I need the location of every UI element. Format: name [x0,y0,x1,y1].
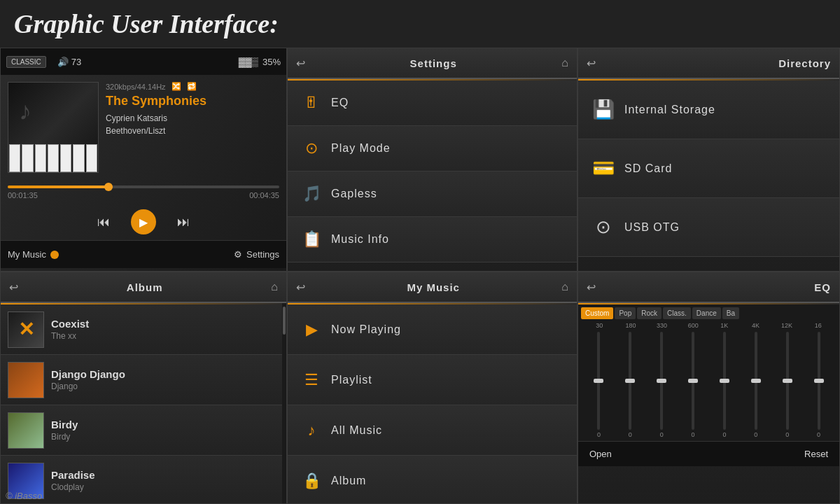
track-info: 320kbps/44.14Hz 🔀 🔁 The Symphonies Cypri… [106,82,279,173]
eq-back-icon[interactable]: ↩ [587,281,596,294]
eq-preset-pop[interactable]: Pop [615,307,636,319]
album-title: Album [127,281,163,293]
settings-item-playmode[interactable]: ⊙ Play Mode [288,126,577,172]
allmusic-label: All Music [331,424,382,437]
eq-slider-thumb-7[interactable] [814,379,824,383]
eq-value-1: 0 [629,431,632,438]
album-item-artist-coexist: The xx [51,331,279,341]
mymusic-panel: ↩ My Music ⌂ ▶ Now Playing ☰ Playlist ♪ … [287,272,578,504]
settings-item-eq[interactable]: 🎚 EQ [288,80,577,126]
piano-keys [8,144,98,172]
my-music-button[interactable]: My Music [8,249,59,260]
progress-section: 00:01:35 00:04:35 [1,180,286,204]
eq-slider-col-1: 0 [615,332,645,438]
album-art: ♪ [8,82,99,173]
eq-preset-classic[interactable]: Class. [663,307,691,319]
settings-item-musicinfo[interactable]: 📋 Music Info [288,217,577,262]
mymusic-item-allmusic[interactable]: ♪ All Music [288,405,577,456]
directory-header: ↩ Directory [578,48,839,79]
progress-bar[interactable] [8,186,279,188]
album-back-icon[interactable]: ↩ [9,281,18,294]
eq-slider-track-7[interactable] [818,332,820,430]
eq-freq-600: 600 [683,322,703,329]
album-item-coexist[interactable]: ✕ Coexist The xx [1,304,286,355]
eq-value-5: 0 [754,431,757,438]
mymusic-home-icon[interactable]: ⌂ [561,281,568,293]
album-home-icon[interactable]: ⌂ [271,281,278,293]
play-button[interactable]: ▶ [131,209,156,234]
eq-preset-custom[interactable]: Custom [581,307,613,319]
shuffle-icon[interactable]: 🔀 [172,82,181,91]
time-current: 00:01:35 [8,191,38,200]
eq-preset-ba[interactable]: Ba [722,307,739,319]
settings-item-gapless[interactable]: 🎵 Gapless [288,172,577,217]
eq-freq-1k: 1K [715,322,734,329]
mymusic-item-album[interactable]: 🔒 Album [288,456,577,504]
eq-slider-col-3: 0 [678,332,708,438]
internal-storage-label: Internal Storage [624,104,715,116]
eq-freq-30: 30 [589,322,609,329]
mymusic-back-icon[interactable]: ↩ [296,281,305,294]
eq-value-2: 0 [660,431,664,438]
eq-bottom-bar: Open Reset [578,441,839,466]
album-thumb-coexist: ✕ [8,312,44,348]
eq-reset-button[interactable]: Reset [804,449,828,459]
eq-slider-thumb-3[interactable] [688,379,698,383]
album-mymusic-label: Album [331,475,366,487]
settings-header: ↩ Settings ⌂ [288,48,577,79]
eq-value-6: 0 [785,431,789,438]
album-scrollbar[interactable] [282,303,286,503]
album-item-artist-paradise: Clodplay [51,482,279,492]
eq-value-4: 0 [722,431,726,438]
eq-slider-thumb-2[interactable] [657,379,666,383]
eq-slider-track-4[interactable] [723,332,726,430]
next-button[interactable]: ⏭ [177,215,190,230]
mymusic-title: My Music [407,281,460,293]
settings-home-icon[interactable]: ⌂ [561,57,568,69]
prev-button[interactable]: ⏮ [97,215,110,230]
repeat-icon[interactable]: 🔁 [187,82,197,91]
album-name: Beethoven/Liszt [106,126,165,136]
album-panel: ↩ Album ⌂ ✕ Coexist The xx Django Django… [0,272,287,504]
title-area: Graphic User Interface: [0,0,840,48]
eq-slider-track-5[interactable] [755,332,757,430]
settings-back-icon[interactable]: ↩ [296,57,305,70]
dir-item-usbotg[interactable]: ⊙ USB OTG [578,198,839,257]
eq-slider-track-6[interactable] [786,332,789,430]
eq-slider-thumb-6[interactable] [783,379,792,383]
eq-preset-rock[interactable]: Rock [637,307,662,319]
directory-back-icon[interactable]: ↩ [587,57,596,70]
dir-item-internal[interactable]: 💾 Internal Storage [578,80,839,139]
eq-preset-dance[interactable]: Dance [692,307,721,319]
album-item-paradise[interactable]: Paradise Clodplay [1,456,286,504]
eq-slider-thumb-4[interactable] [720,379,729,383]
settings-panel: ↩ Settings ⌂ 🎚 EQ ⊙ Play Mode 🎵 Gapless … [287,48,578,272]
settings-gear-icon: ⚙ [234,249,242,260]
album-item-django[interactable]: Django Django Django [1,355,286,405]
mymusic-item-nowplaying[interactable]: ▶ Now Playing [288,304,577,355]
settings-button[interactable]: ⚙ Settings [234,249,279,260]
album-item-birdy[interactable]: Birdy Birdy [1,405,286,456]
eq-slider-thumb-0[interactable] [594,379,603,383]
settings-title: Settings [410,57,457,69]
settings-label: Settings [246,249,279,260]
directory-title: Directory [778,57,831,69]
battery-value: 35% [262,57,281,67]
eq-slider-track-0[interactable] [597,332,600,430]
mymusic-item-playlist[interactable]: ☰ Playlist [288,355,577,405]
eq-slider-thumb-5[interactable] [751,379,761,383]
directory-panel: ↩ Directory 💾 Internal Storage 💳 SD Card… [578,48,840,272]
eq-open-button[interactable]: Open [589,449,612,459]
dir-item-sdcard[interactable]: 💳 SD Card [578,139,839,198]
battery-icon: ▓▓▒ [239,57,258,67]
volume-icon: 🔊 [57,57,69,67]
progress-thumb [104,183,113,191]
eq-freq-16: 16 [808,322,828,329]
player-top-bar: CLASSIC 🔊 73 ▓▓▒ 35% [1,48,286,75]
album-scroll-thumb [283,307,286,335]
eq-slider-thumb-1[interactable] [625,379,635,383]
eq-slider-track-2[interactable] [660,332,663,430]
eq-slider-track-3[interactable] [692,332,694,430]
eq-slider-track-1[interactable] [629,332,631,430]
music-note-icon: ♪ [19,97,31,126]
